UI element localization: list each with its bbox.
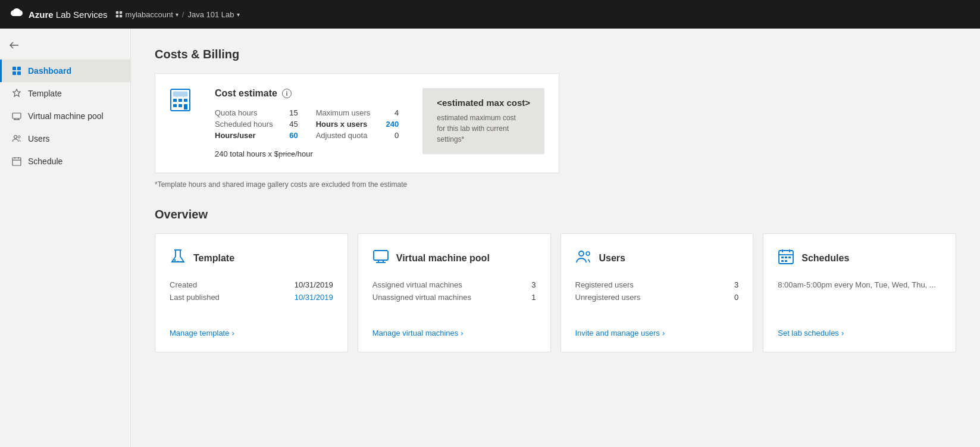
template-icon: [11, 88, 22, 99]
svg-rect-41: [788, 257, 791, 258]
costs-section-title: Costs & Billing: [155, 48, 956, 61]
svg-rect-1: [119, 11, 121, 14]
registered-users-row: Registered users 3: [575, 280, 739, 289]
overview-card-footer-schedules: Set lab schedules ›: [778, 321, 941, 337]
overview-card-body-vm-pool: Assigned virtual machines 3 Unassigned v…: [372, 280, 536, 307]
schedule-icon: [11, 156, 22, 167]
overview-card-schedules: Schedules 8:00am-5:00pm every Mon, Tue, …: [763, 233, 956, 352]
set-lab-schedules-link[interactable]: Set lab schedules ›: [778, 329, 941, 337]
topbar: Azure Lab Services mylabaccount ▾ / Java…: [0, 0, 980, 29]
cost-estimate-card: Cost estimate i Quota hours 15 Maximum u…: [155, 73, 559, 173]
sidebar-item-schedule[interactable]: Schedule: [0, 150, 130, 173]
breadcrumb-separator: /: [182, 10, 184, 19]
overview-card-template: Template Created 10/31/2019 Last publish…: [155, 233, 348, 352]
svg-point-13: [18, 136, 20, 138]
overview-card-body-template: Created 10/31/2019 Last published 10/31/…: [170, 280, 333, 307]
svg-rect-3: [119, 15, 121, 17]
svg-rect-7: [17, 71, 21, 75]
overview-card-title-users: Users: [599, 253, 625, 264]
sidebar-item-label-template: Template: [28, 89, 62, 98]
invite-manage-users-link[interactable]: Invite and manage users ›: [575, 329, 739, 337]
svg-rect-5: [17, 67, 21, 70]
svg-rect-22: [184, 99, 187, 102]
calculator-icon: [170, 88, 191, 117]
cost-grid: Quota hours 15 Maximum users 4 Scheduled…: [215, 108, 399, 140]
cost-footnote: *Template hours and shared image gallery…: [155, 180, 956, 189]
cost-card-content: Cost estimate i Quota hours 15 Maximum u…: [215, 88, 399, 158]
lab-dropdown-icon: ▾: [237, 11, 240, 18]
main-layout: Dashboard Template Virtual machine pool: [0, 29, 980, 447]
overview-card-header-schedules: Schedules: [778, 248, 941, 268]
info-icon[interactable]: i: [282, 89, 292, 98]
cost-total-line: 240 total hours x $price/hour: [215, 149, 399, 158]
manage-template-link[interactable]: Manage template ›: [170, 329, 333, 337]
account-icon: [115, 10, 123, 18]
sidebar-item-template[interactable]: Template: [0, 82, 130, 105]
account-link[interactable]: mylabaccount ▾: [115, 10, 179, 19]
overview-card-vm-pool: Virtual machine pool Assigned virtual ma…: [358, 233, 551, 352]
svg-rect-2: [115, 15, 118, 17]
svg-rect-19: [173, 92, 187, 96]
overview-card-footer-vm-pool: Manage virtual machines ›: [372, 321, 536, 337]
overview-card-header-vm-pool: Virtual machine pool: [372, 248, 536, 268]
overview-grid: Template Created 10/31/2019 Last publish…: [155, 233, 956, 352]
svg-rect-39: [781, 257, 784, 258]
estimated-cost-value: <estimated max cost>: [437, 98, 530, 108]
overview-card-header-template: Template: [170, 248, 333, 268]
svg-rect-4: [12, 67, 16, 70]
overview-card-footer-users: Invite and manage users ›: [575, 321, 739, 337]
sidebar-collapse-button[interactable]: [0, 36, 130, 55]
manage-vms-arrow: ›: [461, 329, 463, 337]
hours-x-users-row: Hours x users 240: [316, 120, 399, 129]
sidebar-item-label-schedule: Schedule: [28, 157, 62, 166]
schedule-text: 8:00am-5:00pm every Mon, Tue, Wed, Thu, …: [778, 280, 941, 289]
flask-icon: [170, 248, 186, 268]
svg-rect-0: [115, 11, 118, 14]
svg-rect-23: [173, 104, 177, 107]
lab-link[interactable]: Java 101 Lab ▾: [187, 10, 239, 19]
svg-rect-6: [12, 71, 16, 75]
azure-logo-icon: [10, 7, 24, 21]
svg-rect-43: [785, 260, 787, 262]
svg-rect-29: [374, 251, 388, 260]
overview-card-body-schedules: 8:00am-5:00pm every Mon, Tue, Wed, Thu, …: [778, 280, 941, 307]
set-schedules-arrow: ›: [841, 329, 844, 337]
vm-pool-icon: [11, 111, 22, 121]
manage-template-arrow: ›: [231, 329, 234, 337]
unregistered-users-row: Unregistered users 0: [575, 293, 739, 302]
cost-card-title: Cost estimate i: [215, 88, 399, 99]
account-dropdown-icon: ▾: [176, 11, 179, 18]
svg-rect-8: [12, 113, 21, 118]
users-card-icon: [575, 248, 592, 268]
svg-rect-14: [12, 158, 21, 165]
svg-rect-20: [173, 99, 177, 102]
sidebar-item-users[interactable]: Users: [0, 127, 130, 150]
collapse-icon: [10, 40, 19, 50]
overview-card-body-users: Registered users 3 Unregistered users 0: [575, 280, 739, 307]
overview-card-title-schedules: Schedules: [801, 253, 849, 264]
svg-point-34: [586, 252, 590, 255]
users-icon: [11, 133, 22, 144]
overview-card-users: Users Registered users 3 Unregistered us…: [561, 233, 754, 352]
overview-card-header-users: Users: [575, 248, 739, 268]
sidebar-item-label-users: Users: [28, 134, 50, 143]
main-content: Costs & Billing Cost estimate: [131, 29, 980, 447]
invite-users-arrow: ›: [662, 329, 665, 337]
unassigned-vms-row: Unassigned virtual machines 1: [372, 293, 536, 302]
sidebar-item-label-dashboard: Dashboard: [28, 66, 71, 76]
calendar-icon: [778, 248, 794, 268]
overview-section-title: Overview: [155, 208, 956, 221]
svg-rect-42: [781, 260, 784, 262]
svg-point-28: [177, 261, 179, 262]
template-created-row: Created 10/31/2019: [170, 280, 333, 289]
svg-rect-25: [184, 104, 187, 110]
template-published-row: Last published 10/31/2019: [170, 293, 333, 302]
svg-rect-21: [179, 99, 182, 102]
manage-vms-link[interactable]: Manage virtual machines ›: [372, 329, 536, 337]
hours-per-user-row: Hours/user 60: [215, 131, 298, 140]
estimated-cost-box: <estimated max cost> estimated maximum c…: [422, 88, 544, 154]
overview-card-title-vm-pool: Virtual machine pool: [396, 253, 490, 264]
sidebar-item-vm-pool[interactable]: Virtual machine pool: [0, 105, 130, 127]
sidebar-item-dashboard[interactable]: Dashboard: [0, 60, 130, 82]
monitor-icon: [372, 248, 389, 268]
